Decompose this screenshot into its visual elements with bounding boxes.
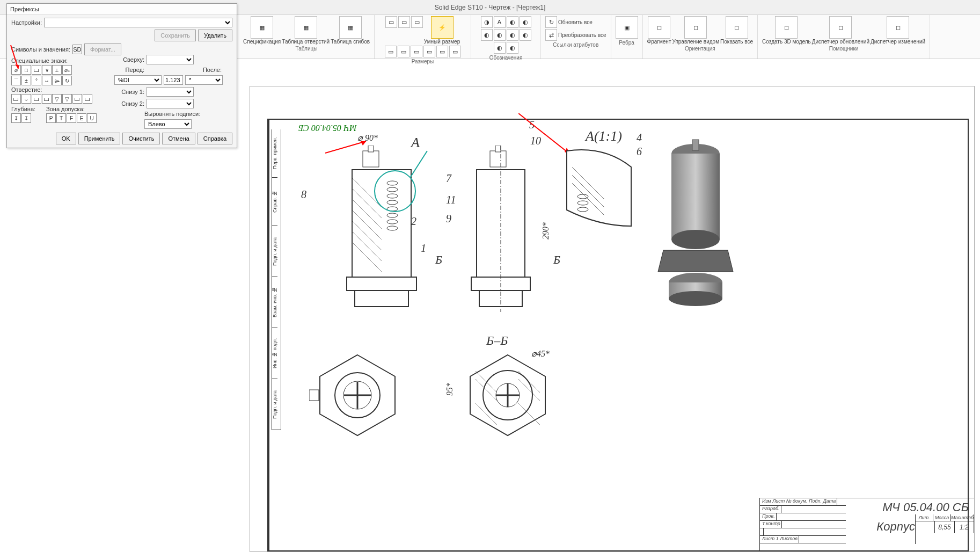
- before-select[interactable]: %DI: [114, 75, 162, 85]
- dim-95: 95*: [445, 383, 455, 396]
- num-input[interactable]: [164, 75, 183, 85]
- top-select[interactable]: [147, 55, 194, 64]
- help-button[interactable]: Справка: [198, 133, 232, 144]
- tol-sym[interactable]: E: [77, 113, 86, 123]
- depth-label: Глубина:: [11, 106, 35, 112]
- rb[interactable]: ◐: [507, 29, 518, 41]
- rb[interactable]: ▭: [411, 46, 422, 57]
- btn-view[interactable]: ◻: [684, 16, 707, 39]
- sym-cone[interactable]: ⌲: [52, 76, 62, 85]
- rb[interactable]: A: [494, 16, 506, 28]
- tol-sym[interactable]: T: [56, 113, 66, 123]
- delete-button[interactable]: Удалить: [198, 30, 232, 41]
- sym-sq[interactable]: □: [21, 65, 31, 75]
- dialog-right-col: Сверху: Перед: После: %DI * Снизу 1: Сни…: [114, 55, 232, 131]
- co-7: 7: [446, 172, 451, 185]
- sym-arc[interactable]: ⌒: [11, 76, 21, 85]
- rb[interactable]: ◐: [507, 42, 518, 54]
- rb[interactable]: ◐: [507, 16, 518, 28]
- clear-button[interactable]: Очистить: [122, 133, 160, 144]
- sect-b2: Б: [553, 253, 560, 267]
- svg-rect-6: [363, 151, 379, 167]
- rb[interactable]: ◐: [520, 16, 531, 28]
- dialog-footer: OK Применить Очистить Отмена Справка: [56, 133, 232, 144]
- align-select[interactable]: Влево: [144, 119, 192, 129]
- tb-right: Лит.МассаМасштаб 8,551:2: [915, 514, 974, 544]
- tb-name: Корпус: [876, 520, 915, 534]
- below2-select[interactable]: [147, 99, 194, 108]
- hole-sym[interactable]: ▽: [62, 94, 72, 104]
- svg-point-46: [669, 291, 722, 306]
- sym-lr[interactable]: ↔: [42, 76, 52, 85]
- rb[interactable]: ▭: [449, 46, 461, 57]
- sym-cs[interactable]: ∨: [42, 65, 52, 75]
- apply-button[interactable]: Применить: [78, 133, 121, 144]
- co-8: 8: [301, 188, 306, 201]
- detail-a-scale: А(1:1): [586, 128, 622, 144]
- sym-perp[interactable]: ⟂: [52, 65, 62, 75]
- rotated-dwgnum: МЧ 05.04.00 СБ: [298, 123, 356, 133]
- svg-line-27: [410, 151, 427, 178]
- rb[interactable]: ▭: [423, 46, 435, 57]
- tol-sym[interactable]: F: [67, 113, 76, 123]
- btn-upd[interactable]: ◻: [829, 16, 852, 39]
- rb[interactable]: ◐: [481, 29, 493, 41]
- btn-frag[interactable]: ◻: [648, 16, 670, 39]
- save-button[interactable]: Сохранить: [155, 30, 196, 41]
- svg-rect-47: [692, 140, 699, 150]
- after-select[interactable]: *: [185, 75, 223, 85]
- sym-dia2[interactable]: ⌀ₐ: [62, 65, 72, 75]
- view-front-section: [331, 146, 438, 317]
- hole-sym[interactable]: ⌴: [11, 94, 21, 104]
- rb[interactable]: ▭: [398, 46, 409, 57]
- depth-sym[interactable]: ↧: [21, 113, 31, 123]
- btn-chg[interactable]: ◻: [887, 16, 909, 39]
- rb[interactable]: ◐: [520, 29, 531, 41]
- sym-rot[interactable]: ↻: [62, 76, 72, 85]
- btn-holes[interactable]: ▦: [295, 16, 317, 39]
- dialog-title: Префиксы: [7, 4, 237, 14]
- co-4: 4: [637, 132, 642, 144]
- settings-select[interactable]: [44, 18, 232, 27]
- depth-sym[interactable]: ↧: [11, 113, 21, 123]
- btn-3d[interactable]: ◻: [775, 16, 798, 39]
- ribbon-group-edges: ▣ Ребра: [611, 15, 643, 59]
- rb[interactable]: ▭: [398, 16, 410, 28]
- tol-sym[interactable]: P: [46, 113, 56, 123]
- below1-select[interactable]: [147, 87, 194, 97]
- rb[interactable]: ↻: [545, 16, 557, 28]
- rb[interactable]: ▭: [385, 46, 397, 57]
- hole-label: Отверстие:: [11, 86, 42, 93]
- btn-bend[interactable]: ▦: [339, 16, 362, 39]
- hole-sym[interactable]: ⌴: [72, 94, 82, 104]
- dim-290: 290*: [541, 222, 551, 239]
- hole-sym[interactable]: ⌴: [83, 94, 92, 104]
- titleblock: МЧ 05.04.00 СБ Корпус Изм Лист № докум. …: [759, 498, 974, 551]
- rb[interactable]: ◑: [481, 16, 493, 28]
- cancel-button[interactable]: Отмена: [162, 133, 195, 144]
- rb[interactable]: ◐: [494, 29, 506, 41]
- rb[interactable]: ▭: [385, 16, 397, 28]
- sym-deg[interactable]: °: [32, 76, 41, 85]
- rb[interactable]: ▣: [616, 16, 638, 39]
- format-button[interactable]: Формат...: [84, 43, 121, 55]
- svg-rect-24: [347, 277, 416, 290]
- sym-cb[interactable]: ⌴: [32, 65, 41, 75]
- rb[interactable]: ⇄: [545, 29, 557, 41]
- sd-icon[interactable]: SD: [72, 45, 82, 54]
- btn-spec[interactable]: ▦: [251, 16, 273, 39]
- rb[interactable]: ◐: [494, 42, 506, 54]
- btn-smartdim[interactable]: ⚡: [431, 16, 454, 39]
- hole-sym[interactable]: ⌵: [21, 94, 31, 104]
- tol-sym[interactable]: U: [87, 113, 97, 123]
- rb[interactable]: ▭: [436, 46, 448, 57]
- drawing-canvas[interactable]: МЧ 05.04.00 СБ ⌀ 90* А А(1:1) 5 10 4 6 7…: [250, 86, 975, 552]
- ok-button[interactable]: OK: [56, 133, 76, 144]
- hole-sym[interactable]: ⌴: [32, 94, 41, 104]
- btn-show[interactable]: ◻: [726, 16, 748, 39]
- rb[interactable]: ▭: [411, 16, 423, 28]
- app-title: Solid Edge ST10 - Чертеж - [Чертеж1]: [435, 4, 546, 11]
- hole-sym[interactable]: ▽: [52, 94, 62, 104]
- hole-sym[interactable]: ⌴: [42, 94, 52, 104]
- sym-pm[interactable]: ±: [21, 76, 31, 85]
